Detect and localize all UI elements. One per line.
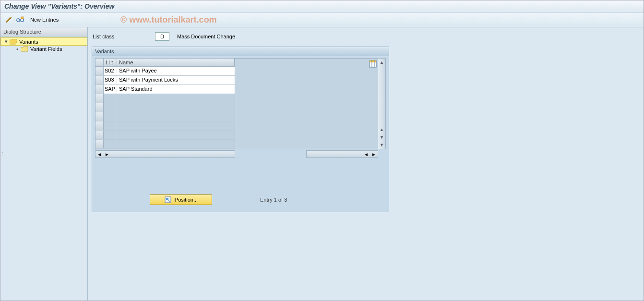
cell-llt[interactable] bbox=[104, 121, 117, 130]
svg-point-0 bbox=[17, 19, 20, 22]
entry-info: Entry 1 of 3 bbox=[260, 197, 287, 203]
row-selector[interactable] bbox=[95, 103, 104, 112]
page-title: Change View "Variants": Overview bbox=[0, 0, 644, 12]
grid-header: LLt Name bbox=[95, 59, 235, 67]
svg-point-1 bbox=[21, 19, 24, 22]
cell-name[interactable] bbox=[117, 140, 235, 148]
cell-llt[interactable] bbox=[104, 112, 117, 121]
scroll-right-icon[interactable]: ► bbox=[103, 152, 111, 157]
table-row-empty[interactable] bbox=[95, 112, 235, 121]
col-name[interactable]: Name bbox=[117, 59, 235, 66]
scroll-left-icon[interactable]: ◄ bbox=[362, 152, 370, 157]
tree-item-label: Variants bbox=[19, 39, 38, 45]
table-row[interactable]: S03SAP with Payment Locks bbox=[95, 76, 235, 85]
cell-llt[interactable]: S02 bbox=[104, 67, 117, 75]
cell-name[interactable] bbox=[117, 121, 235, 130]
tree-bullet-icon: • bbox=[15, 46, 20, 52]
table-row-empty[interactable] bbox=[95, 121, 235, 131]
tree-expander-icon[interactable]: ▾ bbox=[4, 38, 9, 45]
horizontal-scrollbar-right[interactable]: ◄ ► bbox=[306, 150, 378, 158]
cell-name[interactable]: SAP with Payee bbox=[117, 67, 235, 75]
position-label: Position... bbox=[175, 197, 198, 203]
change-icon[interactable] bbox=[4, 15, 13, 24]
row-selector[interactable] bbox=[95, 85, 104, 94]
cell-name[interactable] bbox=[117, 94, 235, 103]
table-row[interactable]: SAPSAP Standard bbox=[95, 85, 235, 94]
tree-item-label: Variant Fields bbox=[30, 46, 62, 52]
cell-llt[interactable] bbox=[104, 94, 117, 103]
table-row-empty[interactable] bbox=[95, 94, 235, 103]
row-selector[interactable] bbox=[95, 131, 104, 139]
cell-llt[interactable] bbox=[104, 140, 117, 148]
sidebar-header: Dialog Structure bbox=[0, 27, 87, 36]
cell-name[interactable] bbox=[117, 131, 235, 139]
position-icon bbox=[164, 196, 172, 204]
scroll-pageup-icon[interactable]: ▲ bbox=[378, 126, 385, 133]
variants-panel: Variants LLt Name S02SAP with PayeeS03SA… bbox=[92, 47, 389, 212]
folder-open-icon bbox=[10, 39, 17, 45]
content-area: List class Mass Document Change Variants… bbox=[88, 27, 644, 301]
sidebar-resize-handle[interactable] bbox=[0, 151, 3, 165]
toolbar: New Entries bbox=[0, 12, 644, 27]
list-class-description: Mass Document Change bbox=[177, 34, 235, 39]
vertical-scrollbar[interactable]: ▲ ▲ ▼ ▼ bbox=[378, 58, 386, 149]
tree-item-variants[interactable]: ▾ Variants bbox=[0, 37, 87, 46]
row-selector[interactable] bbox=[95, 67, 104, 75]
folder-closed-icon bbox=[21, 46, 28, 52]
list-class-row: List class Mass Document Change bbox=[93, 32, 639, 41]
row-selector[interactable] bbox=[95, 76, 104, 84]
col-llt[interactable]: LLt bbox=[104, 59, 117, 66]
table-row-empty[interactable] bbox=[95, 103, 235, 112]
list-class-input[interactable] bbox=[155, 32, 169, 41]
horizontal-scrollbar-left[interactable]: ◄ ► bbox=[95, 150, 235, 158]
table-row[interactable]: S02SAP with Payee bbox=[95, 67, 235, 76]
glasses-select-icon[interactable] bbox=[16, 15, 24, 24]
cell-name[interactable]: SAP Standard bbox=[117, 85, 235, 94]
svg-rect-4 bbox=[370, 60, 376, 62]
cell-llt[interactable] bbox=[104, 131, 117, 139]
cell-name[interactable] bbox=[117, 103, 235, 112]
row-selector[interactable] bbox=[95, 94, 104, 103]
scroll-right-icon[interactable]: ► bbox=[370, 152, 378, 157]
table-row-empty[interactable] bbox=[95, 140, 235, 149]
dialog-structure-panel: Dialog Structure ▾ Variants • Variant Fi… bbox=[0, 27, 88, 301]
col-select[interactable] bbox=[95, 59, 104, 66]
scroll-up-icon[interactable]: ▲ bbox=[378, 59, 385, 66]
row-selector[interactable] bbox=[95, 121, 104, 130]
scroll-down-icon[interactable]: ▼ bbox=[378, 141, 385, 149]
panel-title: Variants bbox=[92, 47, 389, 56]
svg-rect-2 bbox=[21, 17, 24, 19]
cell-llt[interactable]: S03 bbox=[104, 76, 117, 84]
row-selector[interactable] bbox=[95, 112, 104, 121]
cell-name[interactable]: SAP with Payment Locks bbox=[117, 76, 235, 84]
list-class-label: List class bbox=[93, 34, 150, 39]
grid-right-area bbox=[235, 58, 378, 149]
tree: ▾ Variants • Variant Fields bbox=[0, 36, 87, 53]
position-button[interactable]: Position... bbox=[150, 194, 212, 205]
scroll-left-icon[interactable]: ◄ bbox=[95, 152, 103, 157]
row-selector[interactable] bbox=[95, 140, 104, 148]
new-entries-button[interactable]: New Entries bbox=[27, 16, 61, 24]
scroll-pagedown-icon[interactable]: ▼ bbox=[378, 133, 385, 141]
variants-grid: LLt Name S02SAP with PayeeS03SAP with Pa… bbox=[95, 58, 235, 149]
tree-item-variant-fields[interactable]: • Variant Fields bbox=[0, 46, 87, 52]
cell-name[interactable] bbox=[117, 112, 235, 121]
cell-llt[interactable] bbox=[104, 103, 117, 112]
table-settings-icon[interactable] bbox=[369, 60, 377, 68]
svg-rect-8 bbox=[166, 198, 168, 200]
cell-llt[interactable]: SAP bbox=[104, 85, 117, 94]
table-row-empty[interactable] bbox=[95, 131, 235, 140]
